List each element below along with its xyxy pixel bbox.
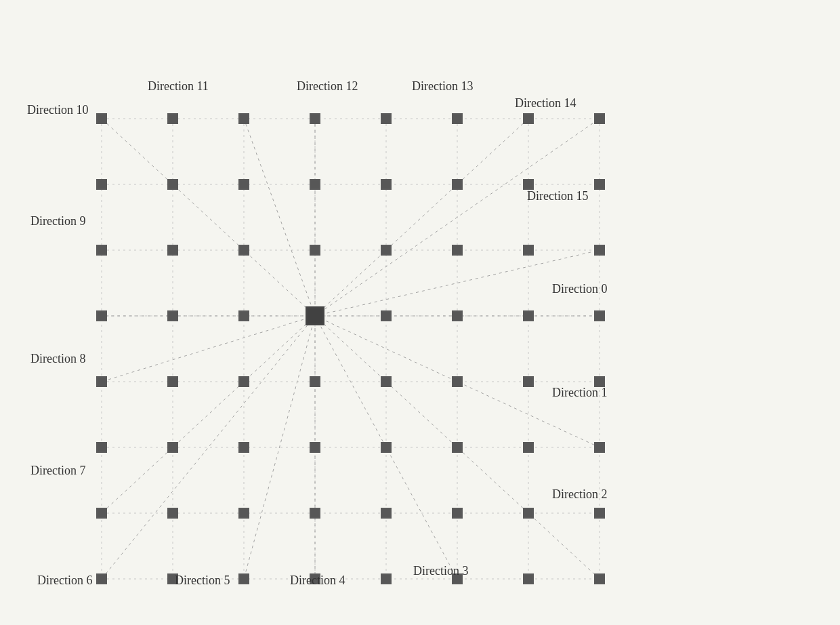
direction-diagram — [0, 0, 840, 625]
